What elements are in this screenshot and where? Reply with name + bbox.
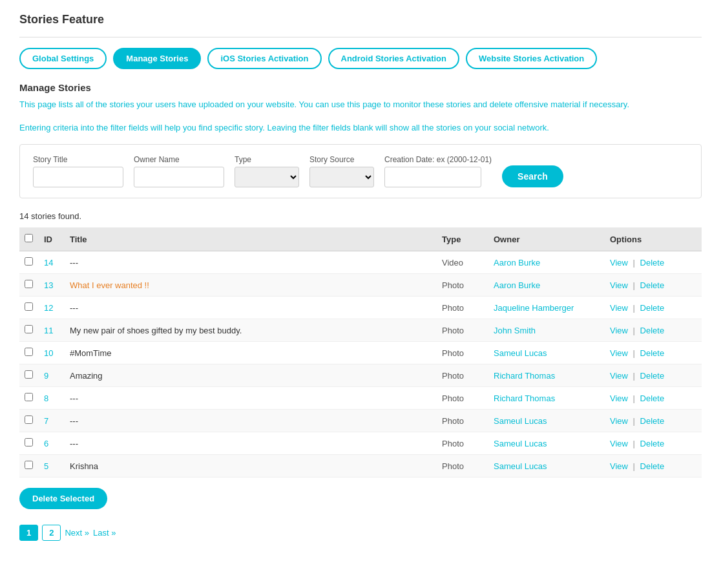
row-options: View | Delete <box>605 387 702 410</box>
search-button[interactable]: Search <box>502 165 563 187</box>
divider <box>19 37 702 37</box>
delete-link[interactable]: Delete <box>640 416 665 426</box>
delete-link[interactable]: Delete <box>640 258 665 268</box>
row-type: Photo <box>437 387 488 410</box>
row-id: 12 <box>39 297 65 319</box>
delete-link[interactable]: Delete <box>640 326 665 335</box>
view-link[interactable]: View <box>610 258 628 268</box>
row-title: --- <box>65 387 437 410</box>
row-type: Photo <box>437 455 488 478</box>
owner-link[interactable]: John Smith <box>494 326 536 335</box>
table-row: 7---PhotoSameul LucasView | Delete <box>19 410 702 432</box>
select-all-checkbox[interactable] <box>25 234 33 242</box>
owner-link[interactable]: Aaron Burke <box>494 258 540 268</box>
row-type: Photo <box>437 342 488 364</box>
delete-link[interactable]: Delete <box>640 303 665 313</box>
owner-link[interactable]: Richard Thomas <box>494 371 555 381</box>
row-type: Photo <box>437 410 488 432</box>
delete-selected-button[interactable]: Delete Selected <box>19 488 107 509</box>
view-link[interactable]: View <box>610 439 628 448</box>
section-title: Manage Stories <box>19 82 702 93</box>
story-source-field: Story Source <box>309 155 374 187</box>
page-1[interactable]: 1 <box>19 525 38 541</box>
view-link[interactable]: View <box>610 280 628 290</box>
view-link[interactable]: View <box>610 394 628 403</box>
row-options: View | Delete <box>605 274 702 297</box>
row-options: View | Delete <box>605 297 702 319</box>
type-select[interactable]: Photo Video <box>235 167 299 187</box>
owner-link[interactable]: Sameul Lucas <box>494 416 547 426</box>
row-owner: Sameul Lucas <box>488 432 605 455</box>
view-link[interactable]: View <box>610 348 628 358</box>
delete-link[interactable]: Delete <box>640 371 665 381</box>
view-link[interactable]: View <box>610 303 628 313</box>
tab-android-stories-activation[interactable]: Android Stories Activation <box>328 48 459 69</box>
filter-row: Story Title Owner Name Type Photo Video … <box>33 155 688 187</box>
row-owner: Sameul Lucas <box>488 410 605 432</box>
owner-link[interactable]: Sameul Lucas <box>494 348 547 358</box>
story-source-select[interactable] <box>309 167 374 187</box>
row-checkbox[interactable] <box>25 302 33 311</box>
row-type: Photo <box>437 274 488 297</box>
type-field: Type Photo Video <box>235 155 299 187</box>
owner-link[interactable]: Richard Thomas <box>494 394 555 403</box>
row-checkbox[interactable] <box>25 415 33 424</box>
owner-name-field: Owner Name <box>134 155 224 187</box>
row-id: 8 <box>39 387 65 410</box>
tab-global-settings[interactable]: Global Settings <box>19 48 107 69</box>
next-page[interactable]: Next » <box>65 528 89 538</box>
table-header-row: ID Title Type Owner Options <box>19 227 702 251</box>
creation-date-input[interactable] <box>384 167 481 187</box>
delete-link[interactable]: Delete <box>640 280 665 290</box>
row-type: Photo <box>437 432 488 455</box>
last-page[interactable]: Last » <box>93 528 116 538</box>
page-2[interactable]: 2 <box>42 525 61 541</box>
view-link[interactable]: View <box>610 326 628 335</box>
view-link[interactable]: View <box>610 461 628 471</box>
stories-table: ID Title Type Owner Options 14---VideoAa… <box>19 227 702 478</box>
delete-link[interactable]: Delete <box>640 348 665 358</box>
row-checkbox[interactable] <box>25 325 33 333</box>
row-id: 6 <box>39 432 65 455</box>
type-label: Type <box>235 155 299 164</box>
row-checkbox[interactable] <box>25 348 33 356</box>
th-type: Type <box>437 227 488 251</box>
story-title-input[interactable] <box>33 167 123 187</box>
row-checkbox[interactable] <box>25 461 33 469</box>
row-checkbox[interactable] <box>25 280 33 288</box>
page-title: Stories Feature <box>19 13 702 26</box>
tab-manage-stories[interactable]: Manage Stories <box>113 48 201 69</box>
owner-link[interactable]: Jaqueline Hamberger <box>494 303 574 313</box>
delete-link[interactable]: Delete <box>640 461 665 471</box>
owner-name-input[interactable] <box>134 167 224 187</box>
row-checkbox[interactable] <box>25 438 33 446</box>
row-checkbox[interactable] <box>25 370 33 379</box>
view-link[interactable]: View <box>610 371 628 381</box>
owner-link[interactable]: Sameul Lucas <box>494 439 547 448</box>
row-owner: Aaron Burke <box>488 251 605 274</box>
row-title: Amazing <box>65 364 437 387</box>
creation-date-label: Creation Date: ex (2000-12-01) <box>384 155 492 164</box>
tab-website-stories-activation[interactable]: Website Stories Activation <box>466 48 597 69</box>
row-owner: Richard Thomas <box>488 364 605 387</box>
owner-link[interactable]: Aaron Burke <box>494 280 540 290</box>
row-owner: Aaron Burke <box>488 274 605 297</box>
owner-link[interactable]: Sameul Lucas <box>494 461 547 471</box>
table-row: 13What I ever wanted !!PhotoAaron BurkeV… <box>19 274 702 297</box>
row-checkbox[interactable] <box>25 393 33 401</box>
table-row: 10#MomTimePhotoSameul LucasView | Delete <box>19 342 702 364</box>
row-type: Photo <box>437 364 488 387</box>
row-type: Photo <box>437 297 488 319</box>
row-checkbox[interactable] <box>25 257 33 266</box>
results-count: 14 stories found. <box>19 211 702 221</box>
delete-link[interactable]: Delete <box>640 439 665 448</box>
delete-link[interactable]: Delete <box>640 394 665 403</box>
row-options: View | Delete <box>605 455 702 478</box>
th-checkbox <box>19 227 39 251</box>
row-title: --- <box>65 432 437 455</box>
view-link[interactable]: View <box>610 416 628 426</box>
tab-ios-stories-activation[interactable]: iOS Stories Activation <box>207 48 321 69</box>
table-row: 5KrishnaPhotoSameul LucasView | Delete <box>19 455 702 478</box>
row-type: Video <box>437 251 488 274</box>
row-id: 14 <box>39 251 65 274</box>
